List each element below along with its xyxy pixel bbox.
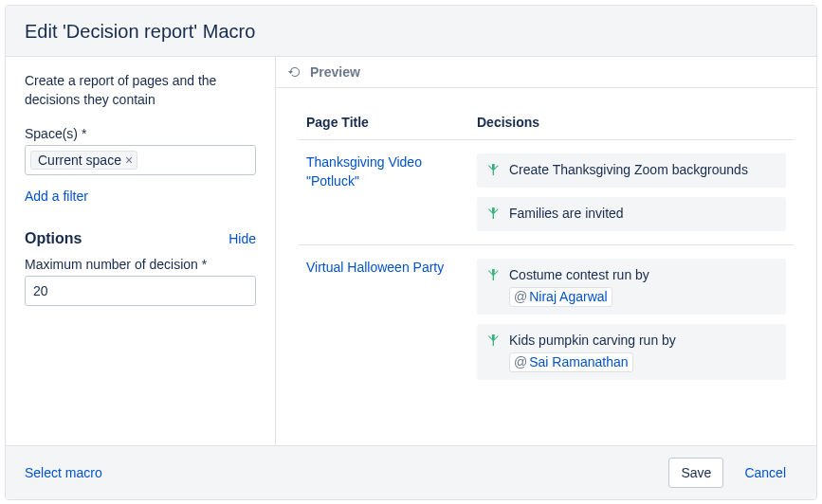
dialog-footer: Select macro Save Cancel xyxy=(6,445,816,499)
decision-text: Costume contest run by@Niraj Agarwal xyxy=(509,266,649,307)
macro-description: Create a report of pages and the decisio… xyxy=(25,72,256,109)
remove-token-icon[interactable]: × xyxy=(125,153,133,167)
decision-text: Families are invited xyxy=(509,205,624,224)
preview-content: Page Title Decisions Thanksgiving Video … xyxy=(276,88,816,412)
max-decisions-input[interactable] xyxy=(25,276,256,306)
hide-options-link[interactable]: Hide xyxy=(228,231,256,246)
user-mention[interactable]: @Niraj Agarwal xyxy=(509,287,612,308)
decision-icon xyxy=(486,267,502,285)
select-macro-link[interactable]: Select macro xyxy=(25,465,102,480)
spaces-input[interactable]: Current space × xyxy=(25,145,256,175)
add-filter-link[interactable]: Add a filter xyxy=(25,189,256,204)
decision-text: Create Thanksgiving Zoom backgrounds xyxy=(509,161,748,180)
cancel-button[interactable]: Cancel xyxy=(733,458,797,488)
preview-panel: Preview Page Title Decisions Thanksgivin… xyxy=(276,57,816,445)
decision-icon xyxy=(486,206,502,224)
options-title: Options xyxy=(25,230,82,247)
decision-icon xyxy=(486,333,502,351)
options-header: Options Hide xyxy=(25,230,256,247)
dialog-header: Edit 'Decision report' Macro xyxy=(6,6,816,57)
decision-item: Kids pumpkin carving run by@Sai Ramanath… xyxy=(477,324,786,380)
space-token: Current space × xyxy=(30,151,137,170)
save-button[interactable]: Save xyxy=(668,458,723,488)
spaces-label: Space(s) * xyxy=(25,126,256,141)
table-row: Virtual Halloween PartyCostume contest r… xyxy=(299,245,794,394)
dialog-title: Edit 'Decision report' Macro xyxy=(25,21,797,43)
preview-header: Preview xyxy=(276,57,816,88)
decision-item: Families are invited xyxy=(477,197,786,231)
max-decisions-label: Maximum number of decision * xyxy=(25,257,256,272)
preview-label: Preview xyxy=(310,64,360,80)
decision-item: Costume contest run by@Niraj Agarwal xyxy=(477,259,786,315)
preview-tbody: Thanksgiving Video "Potluck"Create Thank… xyxy=(299,140,794,394)
col-header-title: Page Title xyxy=(299,107,469,140)
config-panel: Create a report of pages and the decisio… xyxy=(6,57,276,445)
decision-text: Kids pumpkin carving run by@Sai Ramanath… xyxy=(509,332,676,372)
decision-item: Create Thanksgiving Zoom backgrounds xyxy=(477,153,786,188)
user-mention[interactable]: @Sai Ramanathan xyxy=(509,352,633,373)
refresh-icon[interactable] xyxy=(287,64,302,80)
page-title-link[interactable]: Virtual Halloween Party xyxy=(306,259,462,278)
preview-table: Page Title Decisions Thanksgiving Video … xyxy=(299,107,794,393)
page-title-link[interactable]: Thanksgiving Video "Potluck" xyxy=(306,153,462,190)
macro-edit-dialog: Edit 'Decision report' Macro Create a re… xyxy=(5,5,817,500)
space-token-label: Current space xyxy=(38,153,121,168)
decision-icon xyxy=(486,162,502,180)
col-header-decisions: Decisions xyxy=(469,107,794,140)
table-row: Thanksgiving Video "Potluck"Create Thank… xyxy=(299,140,794,245)
dialog-body: Create a report of pages and the decisio… xyxy=(6,57,816,445)
